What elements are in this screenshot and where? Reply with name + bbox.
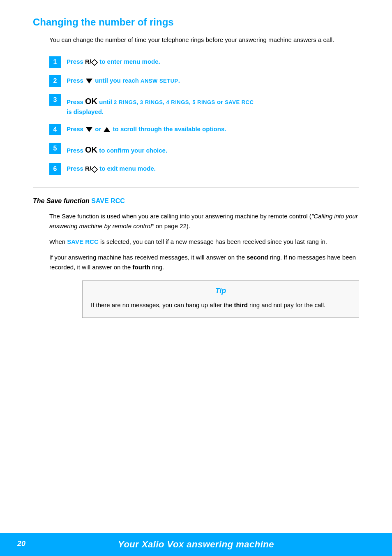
step-5-ok-key: OK <box>85 145 97 154</box>
save-function-title: The Save function SAVE RCC <box>33 197 359 205</box>
step-6-text: Press R/ to exit menu mode. <box>67 163 156 174</box>
save-para-3: If your answering machine has received m… <box>49 253 359 272</box>
page-content: Changing the number of rings You can cha… <box>0 0 392 367</box>
down-triangle-icon-2 <box>86 127 92 132</box>
save-function-title-italic: The Save function <box>33 197 90 204</box>
step-5-text: Press OK to confirm your choice. <box>67 143 167 156</box>
step-number-2: 2 <box>49 75 61 87</box>
save-para-1: The Save function is used when you are c… <box>49 211 359 231</box>
save-function-title-blue: SAVE RCC <box>91 197 125 204</box>
step-1: 1 Press R/ to enter menu mode. <box>49 56 359 68</box>
step-number-4: 4 <box>49 124 61 135</box>
step-1-press: Press <box>67 58 85 65</box>
step-number-5: 5 <box>49 143 61 154</box>
tip-title: Tip <box>83 281 359 299</box>
up-triangle-icon <box>104 127 110 132</box>
step-4-desc: to scroll through the available options. <box>113 125 226 132</box>
page-number: 20 <box>17 540 25 548</box>
svg-marker-1 <box>92 167 97 172</box>
step-4-text: Press or to scroll through the available… <box>67 124 226 134</box>
step-2: 2 Press until you reach ANSW SETUP. <box>49 75 359 87</box>
svg-marker-0 <box>92 59 97 65</box>
step-2-desc: until you reach ANSW SETUP. <box>95 77 180 84</box>
step-2-text: Press until you reach ANSW SETUP. <box>67 75 180 86</box>
section-divider <box>33 187 359 188</box>
step-4-press: Press <box>67 125 85 132</box>
second-bold: second <box>247 254 268 261</box>
step-5-press: Press <box>67 147 85 154</box>
save-function-section: The Save function SAVE RCC The Save func… <box>33 197 359 318</box>
save-para-1-italic: "Calling into your answering machine by … <box>49 213 358 229</box>
save-rcc-highlight: SAVE RCC <box>67 238 98 245</box>
step-3-text: Press OK until 2 RINGS, 3 RINGS, 4 RINGS… <box>67 94 254 117</box>
intro-paragraph: You can change the number of time your t… <box>49 35 359 45</box>
step-number-6: 6 <box>49 163 61 175</box>
footer-text: Your Xalio Vox answering machine <box>118 539 274 550</box>
step-1-key: R/ <box>85 58 98 65</box>
fourth-bold: fourth <box>133 264 150 271</box>
step-2-press: Press <box>67 77 85 84</box>
page-title: Changing the number of rings <box>33 16 359 28</box>
tip-box: Tip If there are no messages, you can ha… <box>82 280 359 318</box>
step-5: 5 Press OK to confirm your choice. <box>49 143 359 156</box>
third-bold: third <box>234 301 248 308</box>
step-4-or: or <box>95 125 103 132</box>
step-5-desc: to confirm your choice. <box>99 147 167 154</box>
steps-list: 1 Press R/ to enter menu mode. 2 Press u… <box>49 56 359 175</box>
step-1-text: Press R/ to enter menu mode. <box>67 56 160 67</box>
step-4: 4 Press or to scroll through the availab… <box>49 124 359 135</box>
tip-text: If there are no messages, you can hang u… <box>83 299 359 310</box>
step-6: 6 Press R/ to exit menu mode. <box>49 163 359 175</box>
step-6-press: Press <box>67 165 85 172</box>
step-number-1: 1 <box>49 56 61 68</box>
step-3-press: Press <box>67 98 85 105</box>
step-3-ok-key: OK <box>85 97 97 106</box>
step-6-key: R/ <box>85 165 98 172</box>
step-3: 3 Press OK until 2 RINGS, 3 RINGS, 4 RIN… <box>49 94 359 117</box>
footer-bar: Your Xalio Vox answering machine <box>0 533 392 556</box>
step-6-desc: to exit menu mode. <box>99 165 156 172</box>
step-1-desc: to enter menu mode. <box>99 58 160 65</box>
save-para-2: When SAVE RCC is selected, you can tell … <box>49 237 359 247</box>
step-number-3: 3 <box>49 94 61 106</box>
down-triangle-icon <box>86 79 92 83</box>
